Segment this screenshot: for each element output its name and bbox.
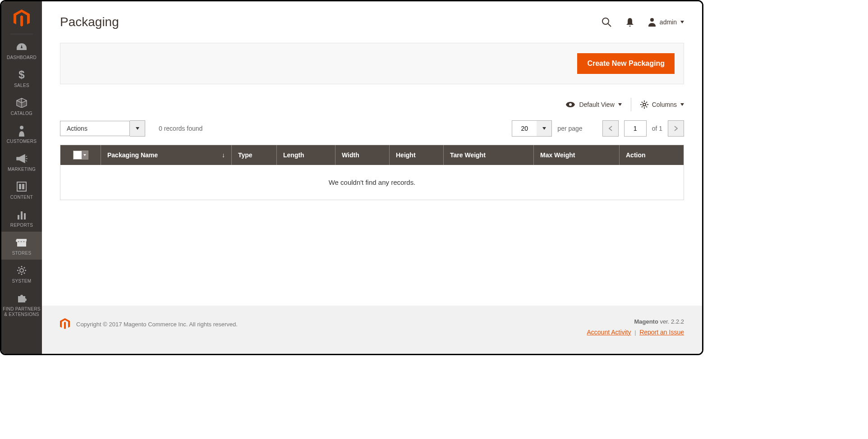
person-icon (15, 124, 28, 137)
nav-stores[interactable]: STORES (1, 232, 42, 260)
svg-text:$: $ (18, 69, 25, 81)
version-number: ver. 2.2.2 (658, 318, 684, 325)
select-all-checkbox[interactable] (60, 145, 101, 165)
nav-label: STORES (12, 251, 32, 256)
bell-icon[interactable] (625, 17, 635, 27)
column-label: Type (238, 151, 253, 159)
column-label: Packaging Name (107, 151, 158, 159)
chevron-down-icon (680, 103, 684, 106)
page-title: Packaging (60, 15, 119, 29)
nav-partners[interactable]: FIND PARTNERS & EXTENSIONS (1, 288, 42, 321)
per-page-select[interactable] (512, 120, 552, 137)
chevron-down-icon (680, 21, 684, 23)
default-view-label: Default View (579, 101, 614, 108)
svg-rect-5 (18, 215, 19, 220)
columns-label: Columns (652, 101, 677, 108)
gauge-icon (15, 41, 28, 53)
column-tare-weight[interactable]: Tare Weight (444, 145, 534, 165)
nav-catalog[interactable]: CATALOG (1, 92, 42, 120)
main-content: Packaging admin Create New Packaging Def… (42, 1, 702, 354)
nav-label: DASHBOARD (7, 55, 37, 60)
magento-logo[interactable] (13, 9, 31, 27)
column-length[interactable]: Length (277, 145, 335, 165)
svg-rect-3 (19, 184, 21, 189)
view-controls: Default View Columns (60, 98, 684, 116)
column-width[interactable]: Width (335, 145, 390, 165)
version-text: Magento ver. 2.2.2 (587, 318, 684, 325)
nav-label: CUSTOMERS (7, 139, 37, 144)
nav-reports[interactable]: REPORTS (1, 204, 42, 232)
user-menu[interactable]: admin (648, 18, 684, 27)
create-new-packaging-button[interactable]: Create New Packaging (577, 53, 675, 74)
actions-select-label: Actions (60, 121, 130, 136)
version-prefix: Magento (634, 318, 658, 325)
svg-rect-6 (21, 211, 23, 220)
per-page-input[interactable] (512, 120, 537, 137)
svg-line-11 (608, 23, 611, 27)
column-type[interactable]: Type (232, 145, 277, 165)
column-packaging-name[interactable]: Packaging Name ↓ (101, 145, 232, 165)
action-bar: Create New Packaging (60, 43, 684, 84)
nav-customers[interactable]: CUSTOMERS (1, 120, 42, 148)
box-icon (15, 96, 28, 109)
page-of-label: of 1 (652, 125, 662, 132)
chevron-down-icon (537, 120, 552, 137)
sidebar-divider (10, 34, 33, 34)
grid-controls: Actions 0 records found per page of 1 (60, 120, 684, 137)
column-label: Width (342, 151, 359, 159)
column-height[interactable]: Height (390, 145, 444, 165)
column-label: Action (626, 151, 646, 159)
nav-label: FIND PARTNERS & EXTENSIONS (1, 306, 42, 317)
svg-point-10 (602, 18, 609, 24)
svg-rect-8 (17, 242, 26, 247)
page-header: Packaging admin (42, 1, 702, 34)
per-page-label: per page (557, 125, 582, 132)
footer: Copyright © 2017 Magento Commerce Inc. A… (42, 306, 702, 354)
svg-point-1 (20, 126, 23, 129)
nav-label: REPORTS (10, 223, 33, 228)
next-page-button[interactable] (668, 120, 684, 137)
page-input[interactable] (624, 120, 647, 137)
footer-left: Copyright © 2017 Magento Commerce Inc. A… (60, 318, 238, 330)
eye-icon (565, 101, 575, 108)
account-activity-link[interactable]: Account Activity (587, 329, 631, 336)
default-view-toggle[interactable]: Default View (565, 101, 621, 108)
sidebar: DASHBOARD $ SALES CATALOG CUSTOMERS MARK… (1, 1, 42, 354)
column-label: Height (396, 151, 416, 159)
user-label: admin (660, 18, 677, 26)
svg-point-9 (20, 269, 23, 272)
dollar-icon: $ (15, 69, 28, 81)
column-label: Length (283, 151, 304, 159)
nav-dashboard[interactable]: DASHBOARD (1, 36, 42, 64)
chevron-down-icon (618, 103, 622, 106)
app-window: DASHBOARD $ SALES CATALOG CUSTOMERS MARK… (0, 0, 703, 355)
svg-rect-2 (17, 182, 26, 191)
user-icon (648, 18, 656, 27)
column-max-weight[interactable]: Max Weight (534, 145, 620, 165)
column-label: Tare Weight (450, 151, 486, 159)
gear-icon (15, 264, 28, 277)
grid-controls-left: Actions 0 records found (60, 120, 202, 137)
nav-sales[interactable]: $ SALES (1, 64, 42, 92)
copyright-text: Copyright © 2017 Magento Commerce Inc. A… (76, 321, 238, 328)
nav-content[interactable]: CONTENT (1, 176, 42, 204)
svg-point-12 (650, 18, 654, 22)
grid-controls-right: per page of 1 (512, 120, 684, 137)
nav-marketing[interactable]: MARKETING (1, 148, 42, 176)
search-icon[interactable] (601, 17, 612, 27)
nav-system[interactable]: SYSTEM (1, 260, 42, 288)
separator (631, 98, 631, 111)
header-actions: admin (601, 17, 684, 27)
column-action[interactable]: Action (620, 145, 684, 165)
puzzle-icon (15, 292, 28, 305)
prev-page-button[interactable] (602, 120, 619, 137)
columns-toggle[interactable]: Columns (640, 101, 684, 109)
nav-label: SYSTEM (12, 279, 32, 284)
magento-logo-small (60, 318, 70, 330)
report-issue-link[interactable]: Report an Issue (639, 329, 684, 336)
gear-icon (640, 101, 648, 109)
footer-separator: | (634, 329, 636, 336)
records-found-text: 0 records found (159, 125, 202, 132)
sort-arrow-down-icon: ↓ (222, 151, 225, 159)
actions-select[interactable]: Actions (60, 120, 145, 137)
